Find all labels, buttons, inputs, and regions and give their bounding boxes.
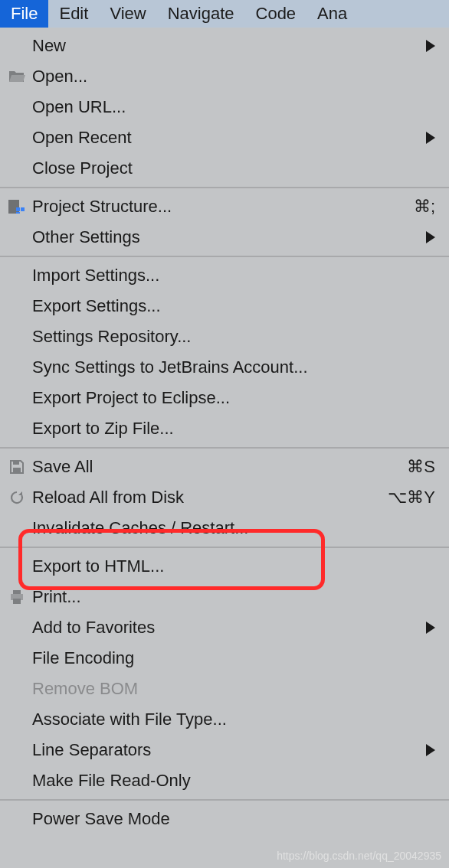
menu-shortcut: ⌥⌘Y <box>388 488 435 507</box>
menu-section: Power Save Mode <box>0 801 449 837</box>
menu-section: Export to HTML... Print... Add to Favori… <box>0 548 449 801</box>
menu-shortcut: ⌘S <box>407 457 435 477</box>
menu-item-export-html[interactable]: Export to HTML... <box>0 551 449 582</box>
menubar: File Edit View Navigate Code Ana <box>0 0 449 28</box>
menu-item-open[interactable]: Open... <box>0 61 449 92</box>
menubar-label: View <box>110 4 146 24</box>
menu-item-line-separators[interactable]: Line Separators <box>0 735 449 765</box>
menu-label: Export to HTML... <box>32 556 435 576</box>
menu-label: Open Recent <box>32 128 420 148</box>
submenu-arrow-icon <box>426 132 435 144</box>
menu-label: Other Settings <box>32 227 420 247</box>
menubar-item-navigate[interactable]: Navigate <box>157 0 245 28</box>
svg-rect-3 <box>16 212 20 214</box>
menu-label: Export Project to Eclipse... <box>32 388 435 408</box>
menubar-item-view[interactable]: View <box>99 0 156 28</box>
menu-item-add-favorites[interactable]: Add to Favorites <box>0 612 449 643</box>
menubar-label: Edit <box>59 4 88 24</box>
submenu-arrow-icon <box>426 622 435 634</box>
save-icon <box>8 458 26 476</box>
menu-section: New Open... Open URL... Open Recent Clos… <box>0 28 449 188</box>
menu-section: Import Settings... Export Settings... Se… <box>0 257 449 449</box>
menu-section: Project Structure... ⌘; Other Settings <box>0 188 449 257</box>
submenu-arrow-icon <box>426 744 435 756</box>
menu-label: Save All <box>32 457 401 477</box>
menu-item-open-url[interactable]: Open URL... <box>0 92 449 122</box>
menu-item-other-settings[interactable]: Other Settings <box>0 222 449 253</box>
menu-item-invalidate-caches[interactable]: Invalidate Caches / Restart... <box>0 513 449 543</box>
menu-label: File Encoding <box>32 648 435 668</box>
menu-label: Export to Zip File... <box>32 419 435 439</box>
menu-item-associate-filetype[interactable]: Associate with File Type... <box>0 704 449 735</box>
menu-item-import-settings[interactable]: Import Settings... <box>0 260 449 291</box>
project-structure-icon <box>8 197 26 216</box>
menu-item-save-all[interactable]: Save All ⌘S <box>0 452 449 482</box>
menu-item-open-recent[interactable]: Open Recent <box>0 122 449 153</box>
menu-label: Open... <box>32 67 435 86</box>
svg-rect-6 <box>13 590 21 594</box>
menubar-label: File <box>11 4 38 24</box>
menu-item-export-settings[interactable]: Export Settings... <box>0 291 449 321</box>
menu-item-close-project[interactable]: Close Project <box>0 153 449 184</box>
menubar-item-file[interactable]: File <box>0 0 48 28</box>
svg-rect-0 <box>8 200 19 214</box>
submenu-arrow-icon <box>426 231 435 243</box>
menu-label: Settings Repository... <box>32 327 435 347</box>
menu-label: Export Settings... <box>32 296 435 316</box>
menu-shortcut: ⌘; <box>414 197 435 217</box>
print-icon <box>8 588 26 606</box>
menu-item-settings-repository[interactable]: Settings Repository... <box>0 321 449 352</box>
menu-label: Reload All from Disk <box>32 488 382 507</box>
menu-label: Add to Favorites <box>32 618 420 638</box>
menu-item-export-eclipse[interactable]: Export Project to Eclipse... <box>0 383 449 413</box>
menu-label: Project Structure... <box>32 197 408 217</box>
menu-item-power-save[interactable]: Power Save Mode <box>0 804 449 834</box>
menu-item-new[interactable]: New <box>0 31 449 61</box>
menu-item-make-readonly[interactable]: Make File Read-Only <box>0 765 449 796</box>
menu-label: Close Project <box>32 158 435 178</box>
menu-item-remove-bom: Remove BOM <box>0 674 449 704</box>
menu-label: Associate with File Type... <box>32 710 435 729</box>
svg-rect-4 <box>13 461 19 465</box>
menu-item-sync-settings[interactable]: Sync Settings to JetBrains Account... <box>0 352 449 383</box>
reload-icon <box>8 488 26 507</box>
menu-item-reload-all[interactable]: Reload All from Disk ⌥⌘Y <box>0 482 449 513</box>
svg-rect-2 <box>21 207 25 211</box>
menubar-label: Navigate <box>168 4 234 24</box>
folder-open-icon <box>8 67 26 86</box>
menu-item-export-zip[interactable]: Export to Zip File... <box>0 413 449 444</box>
svg-rect-5 <box>13 468 21 473</box>
svg-rect-8 <box>13 599 21 604</box>
menu-label: Open URL... <box>32 97 435 117</box>
menu-item-project-structure[interactable]: Project Structure... ⌘; <box>0 191 449 222</box>
file-dropdown-menu: New Open... Open URL... Open Recent Clos… <box>0 28 449 837</box>
menu-label: Import Settings... <box>32 266 435 286</box>
menu-label: New <box>32 36 420 56</box>
watermark-text: https://blog.csdn.net/qq_20042935 <box>277 850 441 862</box>
menubar-label: Code <box>256 4 297 24</box>
menubar-item-analyze[interactable]: Ana <box>306 0 358 28</box>
menu-label: Make File Read-Only <box>32 771 435 791</box>
menu-item-file-encoding[interactable]: File Encoding <box>0 643 449 674</box>
menu-label: Remove BOM <box>32 679 435 699</box>
menu-label: Line Separators <box>32 740 420 760</box>
menubar-item-code[interactable]: Code <box>245 0 307 28</box>
svg-rect-1 <box>16 207 20 211</box>
menu-label: Sync Settings to JetBrains Account... <box>32 357 435 377</box>
menu-label: Print... <box>32 587 435 607</box>
menubar-item-edit[interactable]: Edit <box>48 0 99 28</box>
menu-label: Power Save Mode <box>32 809 435 829</box>
menu-label: Invalidate Caches / Restart... <box>32 518 435 538</box>
menubar-label: Ana <box>317 4 347 24</box>
menu-section: Save All ⌘S Reload All from Disk ⌥⌘Y Inv… <box>0 449 449 548</box>
submenu-arrow-icon <box>426 40 435 52</box>
menu-item-print[interactable]: Print... <box>0 582 449 612</box>
